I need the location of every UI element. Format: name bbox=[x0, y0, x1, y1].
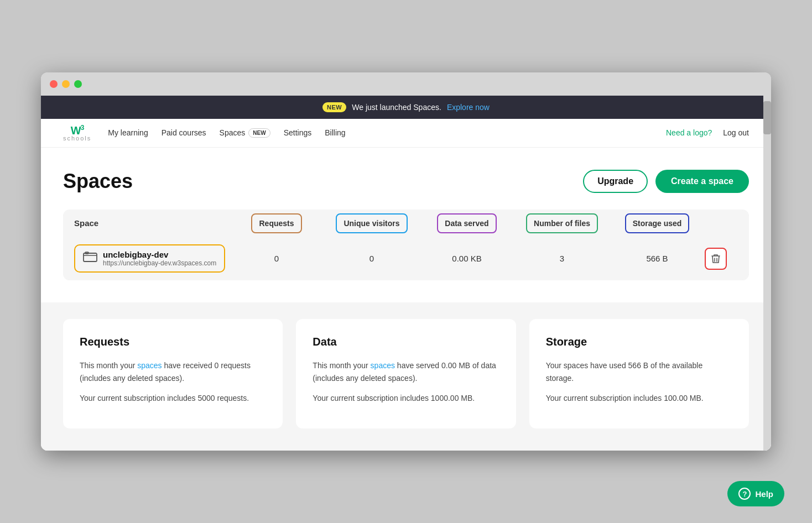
data-card: Data This month your spaces have served … bbox=[296, 319, 516, 428]
browser-window: NEW We just launched Spaces. Explore now… bbox=[41, 72, 771, 451]
data-spaces-link[interactable]: spaces bbox=[371, 361, 395, 370]
nav-links: My learning Paid courses Spaces NEW Sett… bbox=[108, 128, 649, 138]
logo-sub: schools bbox=[63, 135, 91, 142]
scrollbar-thumb[interactable] bbox=[763, 101, 771, 134]
page-header: Spaces Upgrade Create a space bbox=[63, 170, 749, 193]
storage-used-value: 566 B bbox=[610, 254, 705, 263]
storage-card-text2: Your current subscription includes 100.0… bbox=[546, 392, 732, 404]
nav-right: Need a logo? Log out bbox=[666, 128, 749, 137]
maximize-button[interactable] bbox=[74, 80, 82, 88]
nav-my-learning[interactable]: My learning bbox=[108, 128, 148, 137]
help-button[interactable]: ? Help bbox=[727, 481, 784, 506]
data-card-text1: This month your spaces have served 0.00 … bbox=[313, 359, 499, 384]
scrollbar[interactable] bbox=[763, 96, 771, 451]
delete-button[interactable] bbox=[705, 248, 727, 270]
nav-bar: W3 schools My learning Paid courses Spac… bbox=[41, 119, 771, 148]
logo-text: W3 bbox=[71, 124, 84, 136]
logout-link[interactable]: Log out bbox=[723, 128, 749, 137]
data-served-header: Data served bbox=[437, 213, 496, 233]
space-highlighted[interactable]: unclebigbay-dev https://unclebigbay-dev.… bbox=[74, 244, 225, 273]
space-url: https://unclebigbay-dev.w3spaces.com bbox=[103, 259, 216, 267]
upgrade-button[interactable]: Upgrade bbox=[583, 170, 648, 193]
data-card-text2: Your current subscription includes 1000.… bbox=[313, 392, 499, 404]
col-unique: Unique visitors bbox=[324, 212, 419, 235]
title-bar bbox=[41, 72, 771, 96]
col-storage: Storage used bbox=[610, 212, 705, 235]
space-info: unclebigbay-dev https://unclebigbay-dev.… bbox=[103, 250, 216, 267]
nav-spaces[interactable]: Spaces bbox=[220, 128, 246, 137]
cards-grid: Requests This month your spaces have rec… bbox=[63, 302, 749, 428]
help-icon: ? bbox=[738, 488, 751, 500]
nav-paid-courses[interactable]: Paid courses bbox=[162, 128, 206, 137]
nav-spaces-wrapper[interactable]: Spaces NEW bbox=[220, 128, 270, 138]
browser-content: NEW We just launched Spaces. Explore now… bbox=[41, 96, 771, 451]
minimize-button[interactable] bbox=[62, 80, 70, 88]
unique-visitors-header: Unique visitors bbox=[336, 213, 407, 233]
page-title: Spaces bbox=[63, 170, 133, 193]
number-of-files-value: 3 bbox=[514, 254, 610, 263]
space-icon bbox=[83, 252, 97, 266]
announcement-bar: NEW We just launched Spaces. Explore now bbox=[41, 96, 771, 119]
storage-card-text1: Your spaces have used 566 B of the avail… bbox=[546, 359, 732, 384]
requests-card-text1: This month your spaces have received 0 r… bbox=[80, 359, 266, 384]
new-badge: NEW bbox=[322, 102, 346, 112]
logo[interactable]: W3 schools bbox=[63, 124, 91, 142]
spaces-table: Space Requests Unique visitors Data serv… bbox=[63, 210, 749, 280]
table-row: unclebigbay-dev https://unclebigbay-dev.… bbox=[63, 237, 749, 280]
table-header: Space Requests Unique visitors Data serv… bbox=[63, 210, 749, 237]
requests-card-text2: Your current subscription includes 5000 … bbox=[80, 392, 266, 404]
storage-card: Storage Your spaces have used 566 B of t… bbox=[529, 319, 749, 428]
explore-link[interactable]: Explore now bbox=[447, 103, 490, 112]
delete-cell bbox=[705, 248, 738, 270]
unique-visitors-value: 0 bbox=[324, 254, 419, 263]
nav-settings[interactable]: Settings bbox=[284, 128, 312, 137]
help-label: Help bbox=[755, 489, 773, 499]
requests-spaces-link[interactable]: spaces bbox=[137, 361, 162, 370]
spaces-new-badge: NEW bbox=[248, 128, 270, 138]
storage-card-title: Storage bbox=[546, 336, 732, 348]
col-space: Space bbox=[74, 210, 229, 237]
close-button[interactable] bbox=[50, 80, 58, 88]
col-requests: Requests bbox=[229, 212, 324, 235]
data-served-value: 0.00 KB bbox=[419, 254, 514, 263]
header-buttons: Upgrade Create a space bbox=[583, 170, 749, 193]
requests-header: Requests bbox=[251, 213, 301, 233]
col-data: Data served bbox=[419, 212, 514, 235]
number-of-files-header: Number of files bbox=[526, 213, 598, 233]
nav-billing[interactable]: Billing bbox=[325, 128, 345, 137]
svg-rect-0 bbox=[84, 253, 97, 262]
data-card-title: Data bbox=[313, 336, 499, 348]
storage-used-header: Storage used bbox=[625, 213, 690, 233]
requests-card: Requests This month your spaces have rec… bbox=[63, 319, 283, 428]
announcement-text: We just launched Spaces. bbox=[352, 103, 441, 112]
requests-card-title: Requests bbox=[80, 336, 266, 348]
create-space-button[interactable]: Create a space bbox=[655, 170, 749, 193]
main-content: Spaces Upgrade Create a space Space Requ… bbox=[41, 148, 771, 280]
bottom-section: Requests This month your spaces have rec… bbox=[41, 302, 771, 451]
requests-value: 0 bbox=[229, 254, 324, 263]
col-files: Number of files bbox=[514, 212, 610, 235]
need-logo-link[interactable]: Need a logo? bbox=[666, 128, 712, 137]
space-name: unclebigbay-dev bbox=[103, 250, 216, 259]
space-cell: unclebigbay-dev https://unclebigbay-dev.… bbox=[74, 237, 229, 280]
